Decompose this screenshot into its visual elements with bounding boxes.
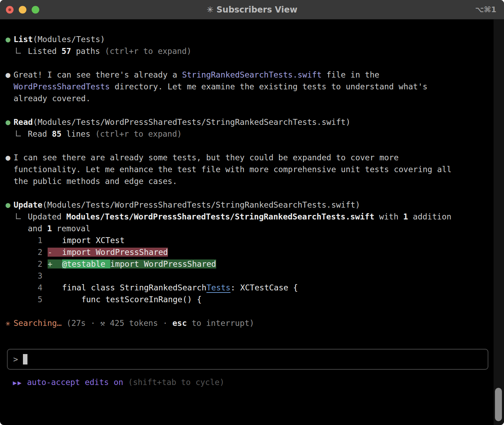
line-number: 2: [33, 258, 42, 270]
text-cursor: [23, 354, 27, 364]
addition-count: 1: [403, 212, 408, 221]
tool-bullet-icon: ●: [6, 33, 14, 45]
result-text: Read: [28, 129, 52, 138]
terminal-content: ●List(Modules/Tests) Listed 57 paths (ct…: [0, 19, 504, 388]
result-text: Updated: [28, 212, 66, 221]
diff-minus-sign: -: [48, 248, 62, 257]
diff-line-added: 2+ @testable import WordPressShared: [0, 258, 504, 270]
diff-code: import WordPressShared: [110, 259, 216, 268]
assistant-message-line: WordPressSharedTests directory. Let me e…: [0, 81, 504, 93]
tool-result-update-cont: and 1 removal: [0, 223, 504, 234]
message-text: already covered.: [14, 94, 91, 103]
diff-plus-sign: +: [48, 259, 62, 268]
terminal-window: ✳ Subscribers View ⌥⌘1 ●List(Modules/Tes…: [0, 0, 504, 425]
message-text: file in the: [322, 70, 379, 79]
status-info: 425 tokens ·: [105, 319, 172, 328]
result-text: addition: [408, 212, 452, 221]
status-line: ✳Searching… (27s · ⚒ 425 tokens · esc to…: [0, 317, 504, 329]
message-text: directory. Let me examine the existing t…: [110, 82, 428, 91]
scrollbar-track[interactable]: [494, 19, 504, 425]
result-text: removal: [52, 224, 90, 233]
diff-added-highlight: + @testable import WordPressShared: [48, 259, 216, 268]
assistant-message-line: the public methods and edge cases.: [0, 175, 504, 187]
message-bullet-icon: ●: [6, 69, 14, 81]
line-number: 5: [33, 294, 42, 305]
tool-bullet-icon: ●: [6, 116, 14, 128]
diff-code: final class StringRankedSearch: [48, 283, 206, 292]
status-label: Searching…: [14, 319, 66, 328]
diff-code: import XCTest: [48, 236, 125, 245]
scrollbar-thumb[interactable]: [495, 388, 502, 421]
titlebar: ✳ Subscribers View ⌥⌘1: [0, 0, 504, 19]
tool-args: (Modules/Tests/WordPressSharedTests/Stri…: [33, 118, 350, 127]
diff-code: import WordPressShared: [62, 248, 168, 257]
status-info: to interrupt): [187, 319, 254, 328]
result-count: 57: [62, 47, 71, 56]
tests-link[interactable]: Tests: [206, 283, 230, 292]
elbow-icon: [16, 130, 21, 136]
diff-added-word-highlight: @testable: [62, 259, 110, 268]
diff-removed-highlight: - import WordPressShared: [48, 248, 168, 257]
assistant-message-line: ●I can see there are already some tests,…: [0, 152, 504, 163]
line-number: 4: [33, 282, 42, 294]
cycle-hint: (shift+tab to cycle): [128, 378, 225, 387]
prompt-input[interactable]: >: [7, 349, 488, 370]
blank-line: [0, 57, 504, 69]
tool-call-read: ●Read(Modules/Tests/WordPressSharedTests…: [0, 116, 504, 128]
message-text: Great! I can see there's already a: [14, 70, 182, 79]
blank-line: [0, 187, 504, 199]
blank-line: [0, 140, 504, 152]
updated-file-path: Modules/Tests/WordPressSharedTests/Strin…: [66, 212, 374, 221]
result-text: and: [28, 224, 47, 233]
blank-line: [0, 305, 504, 317]
token-icon: ⚒: [100, 319, 105, 328]
result-text: with: [374, 212, 403, 221]
blank-line: [0, 104, 504, 116]
tool-args: (Modules/Tests/WordPressSharedTests/Stri…: [42, 200, 360, 209]
message-text: I can see there are already some tests, …: [14, 153, 399, 162]
message-text: the public methods and edge cases.: [14, 177, 177, 186]
removal-count: 1: [47, 224, 52, 233]
result-text: Listed: [28, 47, 62, 56]
window-title: ✳ Subscribers View: [0, 0, 504, 19]
tool-result-update: Updated Modules/Tests/WordPressSharedTes…: [0, 211, 504, 223]
message-text: functionality. Let me enhance the test f…: [14, 165, 452, 174]
auto-accept-icon: ▶▶: [13, 379, 22, 386]
diff-line: 3: [0, 270, 504, 282]
tool-result-list: Listed 57 paths (ctrl+r to expand): [0, 45, 504, 57]
diff-code: : XCTestCase {: [230, 283, 298, 292]
expand-hint: (ctrl+r to expand): [105, 47, 192, 56]
window-shortcut: ⌥⌘1: [475, 0, 496, 19]
tool-name: List: [14, 35, 33, 44]
spinner-icon: ✳: [6, 317, 14, 329]
result-text: lines: [62, 129, 95, 138]
prompt-symbol: >: [13, 353, 18, 365]
expand-hint: (ctrl+r to expand): [95, 129, 182, 138]
result-count: 85: [52, 129, 62, 138]
diff-line-removed: 2- import WordPressShared: [0, 246, 504, 258]
tool-call-list: ●List(Modules/Tests): [0, 33, 504, 45]
status-info: (27s ·: [66, 319, 100, 328]
tool-bullet-icon: ●: [6, 199, 14, 211]
tool-args: (Modules/Tests): [33, 35, 105, 44]
line-number: 2: [33, 246, 42, 258]
elbow-icon: [16, 48, 21, 54]
tool-result-read: Read 85 lines (ctrl+r to expand): [0, 128, 504, 140]
tool-name: Update: [14, 200, 42, 209]
elbow-icon: [16, 213, 21, 219]
esc-key-hint: esc: [172, 319, 187, 328]
tool-name: Read: [14, 118, 33, 127]
file-name: StringRankedSearchTests.swift: [182, 70, 322, 79]
diff-line: 1 import XCTest: [0, 234, 504, 246]
auto-accept-label[interactable]: auto-accept edits on: [22, 378, 128, 387]
assistant-message-line: functionality. Let me enhance the test f…: [0, 163, 504, 175]
directory-name: WordPressSharedTests: [14, 82, 110, 91]
diff-line: 5 func testScoreInRange() {: [0, 294, 504, 305]
line-number: 3: [33, 270, 42, 282]
result-text: paths: [71, 47, 105, 56]
line-number: 1: [33, 234, 42, 246]
mode-indicator: ▶▶ auto-accept edits on (shift+tab to cy…: [0, 376, 504, 388]
message-bullet-icon: ●: [6, 152, 14, 163]
tool-call-update: ●Update(Modules/Tests/WordPressSharedTes…: [0, 199, 504, 211]
diff-line: 4 final class StringRankedSearchTests: X…: [0, 282, 504, 294]
